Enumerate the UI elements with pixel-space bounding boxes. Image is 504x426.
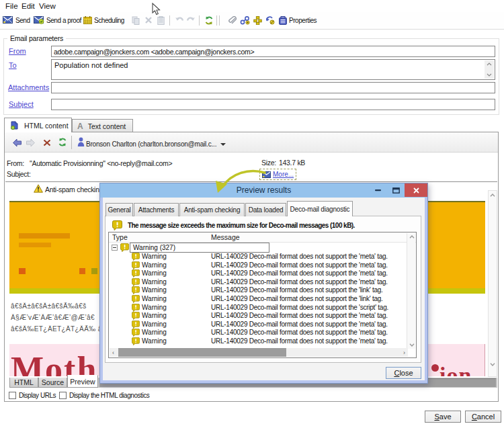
close-window-button[interactable]: [405, 183, 427, 197]
dialog-tab-data-loaded-label: Data loaded: [249, 206, 284, 214]
subject-link[interactable]: Subject: [9, 100, 34, 108]
menu-file[interactable]: File: [5, 2, 18, 10]
attachment-button[interactable]: [228, 16, 237, 25]
warning-bubble-icon: [132, 329, 140, 337]
tab-preview-view[interactable]: Preview: [67, 375, 98, 388]
delete-button-disabled[interactable]: [144, 16, 153, 24]
banner-text-mark: [19, 233, 70, 239]
tree-root-row[interactable]: Warning (327): [109, 243, 416, 253]
warning-bubble-icon: [132, 269, 140, 278]
undo-button-disabled[interactable]: [175, 16, 184, 24]
list-row[interactable]: Warning URL-140029 Deco-mail format does…: [109, 304, 416, 312]
annotation-arrow: [208, 167, 276, 199]
tab-text-content[interactable]: A Text content: [72, 119, 133, 132]
scheduling-button-label: Scheduling: [94, 17, 124, 24]
scrollbar-thumb[interactable]: [118, 348, 286, 357]
back-button[interactable]: [12, 138, 22, 147]
dialog-tab-attachments[interactable]: Attachments: [134, 203, 179, 216]
list-horizontal-scrollbar[interactable]: ‹ ›: [110, 348, 408, 357]
dialog-close-label: Close: [394, 369, 413, 377]
list-vertical-scrollbar[interactable]: [407, 233, 415, 349]
email-big-text-right: ion: [439, 363, 472, 376]
list-row[interactable]: Warning URL-140029 Deco-mail format does…: [109, 312, 416, 321]
preview-vertical-scrollbar[interactable]: [488, 190, 497, 377]
refresh-button[interactable]: [204, 16, 214, 25]
properties-button[interactable]: Properties: [279, 16, 317, 25]
scheduling-button[interactable]: Scheduling: [83, 16, 124, 24]
dialog-tab-general[interactable]: General: [106, 203, 133, 216]
paperclip-icon: [228, 16, 237, 25]
paste-clipboard-icon: [157, 16, 165, 25]
paste-button-disabled[interactable]: [157, 16, 165, 25]
send-button[interactable]: Send: [3, 16, 30, 24]
attachments-link[interactable]: Attachments: [8, 83, 49, 91]
from-input[interactable]: [51, 46, 495, 57]
subject-input[interactable]: [51, 99, 495, 110]
maximize-button[interactable]: [387, 183, 405, 197]
copy-button-disabled[interactable]: [132, 16, 140, 25]
maximize-icon: [392, 187, 400, 194]
row-type: Warning: [142, 269, 167, 277]
attachments-input[interactable]: [51, 82, 495, 93]
list-header: Type Message: [109, 232, 416, 243]
list-row[interactable]: Warning URL-140029 Deco-mail format does…: [109, 329, 416, 337]
list-row[interactable]: Warning URL-140029 Deco-mail format does…: [109, 278, 416, 287]
row-message: URL-140029 Deco-mail format does not sup…: [211, 312, 388, 319]
account-selector[interactable]: Bronson Charlton (charlton.bronson@mail.…: [86, 140, 226, 148]
to-scrollbar[interactable]: [485, 60, 494, 79]
typology-button[interactable]: [253, 16, 262, 25]
send-proof-envelope-icon: [34, 16, 44, 24]
tab-html-source-view[interactable]: HTML: [9, 378, 38, 388]
minimize-button[interactable]: [369, 183, 387, 197]
redo-button-disabled[interactable]: [186, 16, 196, 24]
forward-button[interactable]: [26, 138, 36, 147]
dialog-close-button[interactable]: Close: [386, 367, 421, 379]
dialog-warning-icon: [112, 220, 122, 230]
list-row[interactable]: Warning URL-140029 Deco-mail format does…: [109, 286, 416, 295]
display-diagnostics-checkbox[interactable]: [59, 392, 67, 399]
more-link[interactable]: More...: [273, 171, 294, 178]
collapse-expander-icon[interactable]: [112, 245, 118, 251]
send-proof-button[interactable]: Send a proof: [34, 16, 81, 24]
toolbar-separator: [216, 15, 217, 26]
reload-button[interactable]: [58, 138, 67, 146]
column-type[interactable]: Type: [112, 233, 128, 241]
menu-edit[interactable]: Edit: [22, 2, 35, 10]
tab-source-view[interactable]: Source: [38, 378, 67, 388]
link-content-button[interactable]: [240, 16, 250, 25]
list-row[interactable]: Warning URL-140029 Deco-mail format does…: [109, 295, 416, 304]
column-message[interactable]: Message: [211, 233, 240, 241]
tab-html-content[interactable]: HTML content: [4, 118, 72, 132]
toolbar-separator: [169, 15, 170, 26]
row-message: URL-140029 Deco-mail format does not sup…: [211, 295, 383, 302]
to-link[interactable]: To: [9, 61, 17, 69]
unlink-button[interactable]: [265, 16, 275, 25]
preview-from-label: From:: [7, 159, 24, 167]
dialog-tab-antispam[interactable]: Anti-spam checking: [179, 203, 245, 216]
list-row[interactable]: Warning URL-140029 Deco-mail format does…: [109, 253, 416, 261]
tab-text-content-label: Text content: [88, 122, 126, 130]
to-input[interactable]: Population not defined: [51, 59, 495, 80]
menu-view[interactable]: View: [39, 2, 56, 10]
list-row[interactable]: Warning URL-140029 Deco-mail format does…: [109, 269, 416, 278]
stop-button[interactable]: [43, 139, 51, 146]
list-row[interactable]: Warning URL-140029 Deco-mail format does…: [109, 337, 416, 346]
warning-bubble-icon: [132, 321, 140, 329]
send-proof-button-label: Send a proof: [46, 17, 81, 24]
warning-bubble-icon: [132, 253, 140, 261]
dialog-tab-data-loaded[interactable]: Data loaded: [245, 203, 286, 216]
from-link[interactable]: From: [9, 47, 26, 55]
dialog-tab-deco-mail[interactable]: Deco-mail diagnostic: [287, 201, 353, 216]
list-row[interactable]: Warning URL-140029 Deco-mail format does…: [109, 261, 416, 270]
cancel-button[interactable]: Cancel: [465, 411, 501, 423]
tab-preview-label: Preview: [70, 378, 95, 386]
refresh-icon: [204, 16, 214, 25]
save-button[interactable]: Save: [425, 411, 461, 423]
row-message: URL-140029 Deco-mail format does not sup…: [211, 321, 388, 328]
banner-text-mark: [19, 243, 51, 247]
delete-x-icon: [144, 16, 153, 24]
display-urls-checkbox[interactable]: [9, 392, 16, 399]
list-row[interactable]: Warning URL-140029 Deco-mail format does…: [109, 321, 416, 329]
dialog-warning-text: The message size exceeds the maximum siz…: [128, 222, 355, 229]
scheduling-calendar-icon: [83, 16, 92, 24]
